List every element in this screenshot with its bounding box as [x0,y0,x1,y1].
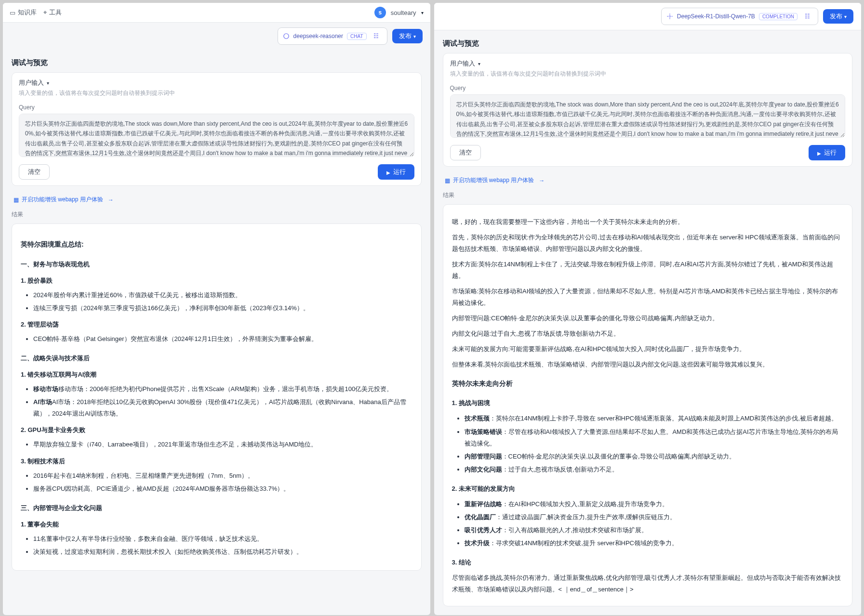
list-item: AI市场AI市场：2018年拒绝以10亿美元收购OpenAI 30%股份（现价值… [33,396,412,419]
section-heading: 3. 结论 [452,557,844,568]
result-label: 结果 [12,210,422,219]
sub-heading: 1. 股价暴跌 [21,275,412,287]
list-item: 吸引优秀人才：引入有战略眼光的人才,推动技术突破和市场扩展。 [465,524,844,536]
chevron-down-icon: ▾ [413,34,416,39]
result-paragraph: 尽管面临诸多挑战,英特尔仍有潜力。通过重新聚焦战略,优化内部管理,吸引优秀人才,… [452,572,844,595]
list-item: 内部文化问题：过于自大,忽视市场反馈,创新动力不足。 [465,464,844,475]
model-tag: CHAT [347,33,366,40]
model-icon [666,13,673,20]
model-selector[interactable]: DeepSeek-R1-Distill-Qwen-7B COMPLETION ☷ [661,8,818,25]
username: soulteary [391,9,416,16]
list-item: 2024年股价年内累计重挫近60%，市值跌破千亿美元，被移出道琼斯指数。 [33,289,412,301]
chevron-down-icon: ▾ [844,14,847,19]
avatar[interactable]: s [374,7,386,18]
section-heading: 一、财务与市场表现危机 [21,259,412,270]
play-icon [817,149,821,157]
grid-icon [13,197,19,203]
user-input-toggle[interactable]: 用户输入 [450,59,846,68]
play-icon [386,169,390,176]
sub-heading: 3. 制程技术落后 [21,456,412,467]
result-paragraph: 内部管理问题:CEO帕特·金尼尔的决策失误,以及董事会的僵化,导致公司战略偏离,… [452,313,844,324]
left-panel: ▭ 知识库 ⌖ 工具 s soulteary ▾ deepseek-reason… [3,3,430,615]
model-name: deepseek-reasoner [293,33,343,39]
svg-point-5 [672,16,672,16]
result-paragraph: 首先，英特尔的历史和现状:作为全球领先的芯片公司,过去在移动和AI领域表现突出，… [452,232,844,255]
query-label: Query [450,85,846,92]
list-item: 内部管理问题：CEO帕特·金尼尔的决策失误,以及僵化的董事会,导致公司战略偏离,… [465,451,844,462]
result-title: 英特尔困境重点总结: [21,238,412,251]
enhance-link[interactable]: 开启功能增强 webapp 用户体验 [12,192,422,208]
list-item: 决策短视，过度追求短期利润，忽视长期技术投入（如拒绝收购英伟达、压制低功耗芯片研… [33,546,412,558]
debug-preview-title: 调试与预览 [443,39,853,48]
svg-point-0 [283,34,289,39]
query-input[interactable] [450,94,846,138]
run-button[interactable]: 运行 [809,145,845,160]
hint-text: 填入变量的值，该值将在每次提交问题时自动替换到提示词中 [19,89,414,97]
list-item: 早期放弃独立显卡（i740、Larrabee项目），2021年重返市场但生态不足… [33,439,412,450]
list-item: 2016年起卡在14纳米制程，台积电、三星相继量产更先进制程（7nm、5nm）。 [33,470,412,482]
sub-heading: 1. 董事会失能 [21,519,412,530]
clear-button[interactable]: 清空 [450,145,481,160]
result-paragraph: 但整体来看,英特尔面临技术瓶颈、市场策略错误、内部管理问题以及内部文化问题,这些… [452,359,844,370]
publish-button[interactable]: 发布 ▾ [823,9,853,24]
sliders-icon[interactable]: ☷ [801,11,813,22]
list-item: 优化晶圆厂：通过建设晶圆厂,解决资金压力,提升生产效率,缓解供应链压力。 [465,511,844,523]
section-heading: 三、内部管理与企业文化问题 [21,502,412,514]
result-card: 嗯，好的，现在我需要整理一下这些内容，并给出一个关于英特尔未来走向的分析。 首先… [443,204,853,606]
tools-label: 工具 [49,8,62,17]
list-item: 服务器CPU因功耗高、PCIE通道少，被AMD反超（2024年AMD服务器市场份… [33,483,412,495]
knowledge-label: 知识库 [18,8,37,17]
result-paragraph: 嗯，好的，现在我需要整理一下这些内容，并给出一个关于英特尔未来走向的分析。 [452,216,844,228]
hint-text: 填入变量的值，该值将在每次提交问题时自动替换到提示词中 [450,70,846,78]
run-button[interactable]: 运行 [378,164,414,180]
svg-point-1 [669,15,671,17]
model-icon [283,33,290,39]
input-card: 用户输入 填入变量的值，该值将在每次提交问题时自动替换到提示词中 Query 清… [443,53,853,167]
result-paragraph: 内部文化问题:过于自大,忽视了市场反馈,导致创新动力不足。 [452,328,844,340]
model-bar-right: DeepSeek-R1-Distill-Qwen-7B COMPLETION ☷… [434,3,862,30]
tools-tab[interactable]: ⌖ 工具 [43,8,62,17]
svg-point-4 [667,16,668,16]
sub-heading: 1. 错失移动互联网与AI浪潮 [21,369,412,380]
model-bar-left: deepseek-reasoner CHAT ☷ 发布 ▾ [3,23,430,50]
list-item: 重新评估战略：在AI和HPC领域加大投入,重新定义战略,提升市场竞争力。 [465,498,844,510]
sliders-icon[interactable]: ☷ [371,30,382,42]
result-label: 结果 [443,191,853,199]
publish-button[interactable]: 发布 ▾ [392,29,423,43]
publish-label: 发布 [830,12,842,21]
chevron-down-icon[interactable]: ▾ [421,10,424,15]
analysis-title: 英特尔未来走向分析 [452,378,844,390]
svg-point-2 [669,14,670,14]
query-label: Query [19,104,414,111]
arrow-right-icon [537,177,545,184]
svg-point-3 [669,18,670,19]
knowledge-base-tab[interactable]: ▭ 知识库 [10,8,37,17]
list-item: 11名董事中仅2人有半导体行业经验，多数来自金融、医疗等领域，缺乏技术远见。 [33,533,412,545]
list-item: 技术升级：寻求突破14NM制程的技术突破,提升 server和HPC领域的竞争力… [465,537,844,549]
book-icon: ▭ [10,9,15,16]
clear-button[interactable]: 清空 [19,164,50,180]
right-panel: DeepSeek-R1-Distill-Qwen-7B COMPLETION ☷… [434,3,862,615]
model-name: DeepSeek-R1-Distill-Qwen-7B [677,13,755,20]
list-item: 连续三季度亏损（2024年第三季度亏损达166亿美元），净利润率创30年新低（2… [33,302,412,314]
debug-preview-title: 调试与预览 [12,58,422,67]
tools-icon: ⌖ [43,9,47,16]
query-input[interactable] [19,114,414,157]
result-card: 英特尔困境重点总结: 一、财务与市场表现危机 1. 股价暴跌 2024年股价年内… [12,223,422,571]
section-heading: 1. 挑战与困境 [452,397,844,409]
list-item: 市场策略错误：尽管在移动和AI领域投入了大量资源,但结果却不尽如人意。AMD和英… [465,426,844,449]
section-heading: 二、战略失误与技术落后 [21,353,412,364]
arrow-right-icon [106,197,114,203]
result-paragraph: 未来可能的发展方向:可能需要重新评估战略,在AI和HPC领域加大投入,同时优化晶… [452,343,844,355]
section-heading: 2. 未来可能的发展方向 [452,483,844,495]
input-card: 用户输入 填入变量的值，该值将在每次提交问题时自动替换到提示词中 Query 清… [12,72,422,186]
result-paragraph: 技术方面:英特尔在14NM制程上卡住了，无法突破,导致在制程升级上停滞。同时,在… [452,259,844,282]
list-item: 技术瓶颈：英特尔在14NM制程上卡脖子,导致在 server和HPC领域逐渐衰落… [465,413,844,424]
enhance-link[interactable]: 开启功能增强 webapp 用户体验 [443,172,853,188]
sub-heading: 2. 管理层动荡 [21,319,412,330]
list-item: CEO帕特·基辛格（Pat Gelsinger）突然宣布退休（2024年12月1… [33,333,412,345]
model-selector[interactable]: deepseek-reasoner CHAT ☷ [278,27,387,45]
grid-icon [445,177,450,184]
user-input-toggle[interactable]: 用户输入 [19,79,414,87]
result-paragraph: 市场策略:英特尔在移动和AI领域的投入了大量资源，但结果却不尽如人意。特别是AI… [452,286,844,309]
